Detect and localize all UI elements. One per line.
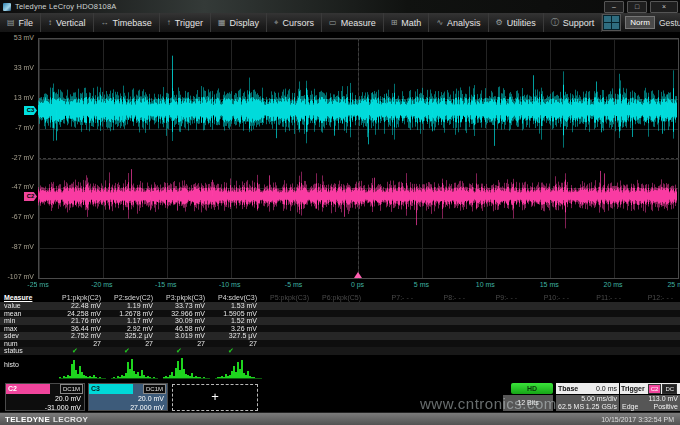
trigger-source-badge: C2: [648, 384, 662, 394]
volt-tick-label: -67 mV: [0, 213, 34, 220]
menu-item-file[interactable]: ▤File: [0, 13, 41, 32]
file-icon: ▤: [7, 18, 15, 27]
tbase-samples: 62.5 MS: [558, 403, 584, 411]
timebase-details[interactable]: 5.00 ms/div 62.5 MS 1.25 GS/s: [556, 395, 619, 411]
measure-value-cell: [368, 317, 420, 325]
oscilloscope-app: Teledyne LeCroy HDO8108A – □ × ▤File↕Ver…: [0, 0, 680, 425]
histo-bar: [113, 377, 115, 378]
measure-table[interactable]: MeasureP1:pkpk(C2)P2:sdev(C2)P3:pkpk(C3)…: [0, 293, 680, 382]
measure-column-header[interactable]: P6:pkpk(C5): [316, 293, 368, 302]
c2-offset: -31.000 mV: [6, 403, 84, 412]
histicon-p3[interactable]: [163, 356, 210, 379]
grid-layout-icon[interactable]: [602, 14, 621, 31]
measure-value-cell: 1.17 mV: [108, 317, 160, 325]
measure-value-cell: 36.44 mV: [56, 325, 108, 333]
menu-item-math[interactable]: ⊞Math: [384, 13, 430, 32]
histo-bar: [95, 377, 97, 378]
measure-value-cell: 33.73 mV: [160, 302, 212, 310]
channel-c2-descriptor[interactable]: C2 DC1M 20.0 mV -31.000 mV: [5, 383, 85, 411]
datetime-display: 10/15/2017 3:32:54 PM: [601, 416, 674, 423]
histo-bar: [203, 377, 205, 378]
time-tick-label: 15 ms: [529, 281, 569, 288]
histo-bar: [59, 377, 61, 378]
title-bar: Teledyne LeCroy HDO8108A – □ ×: [0, 0, 680, 13]
menu-item-analysis[interactable]: ∿Analysis: [429, 13, 488, 32]
menu-item-trigger[interactable]: ↑Trigger: [160, 13, 211, 32]
measure-value-cell: [472, 332, 524, 340]
menu-item-label: Utilities: [507, 18, 536, 28]
measure-row-sdev: sdev2.752 mV325.2 µV3.019 mV327.5 µV: [0, 332, 680, 340]
measure-value-cell: [264, 302, 316, 310]
time-tick-label: -10 ms: [210, 281, 250, 288]
measure-column-header[interactable]: P12:- - -: [628, 293, 680, 302]
status-check-icon: [264, 347, 316, 355]
measure-column-header[interactable]: P2:sdev(C2): [108, 293, 160, 302]
norm-button[interactable]: Norm: [625, 16, 655, 29]
time-tick-label: 5 ms: [401, 281, 441, 288]
measure-value-cell: 27: [56, 340, 108, 348]
measure-value-cell: [368, 325, 420, 333]
measure-column-header[interactable]: P4:sdev(C3): [212, 293, 264, 302]
measure-value-cell: 1.2678 mV: [108, 310, 160, 318]
waveform-display[interactable]: 53 mV33 mV13 mV-7 mV-27 mV-47 mV-67 mV-8…: [0, 32, 680, 293]
hd-mode-button[interactable]: HD: [511, 383, 553, 394]
tbase-label: Tbase: [558, 385, 578, 392]
measure-value-cell: [420, 317, 472, 325]
measure-column-header[interactable]: P5:pkpk(C3): [264, 293, 316, 302]
menu-bar: ▤File↕Vertical↔Timebase↑Trigger▦Display⌖…: [0, 13, 680, 33]
volt-tick-label: 53 mV: [0, 34, 34, 41]
menu-item-display[interactable]: ▦Display: [211, 13, 267, 32]
menu-item-measure[interactable]: ▭Measure: [322, 13, 384, 32]
measure-value-cell: 27: [108, 340, 160, 348]
measure-value-cell: [472, 302, 524, 310]
measure-value-cell: 46.58 mV: [160, 325, 212, 333]
channel-marker-c3[interactable]: C3: [24, 106, 37, 115]
measure-value-cell: [576, 332, 628, 340]
histo-bar: [199, 377, 201, 378]
measure-value-cell: 325.2 µV: [108, 332, 160, 340]
histicon-p4[interactable]: [215, 356, 262, 379]
channel-marker-c2[interactable]: C2: [24, 192, 37, 201]
measure-row-label: value: [0, 302, 56, 310]
measure-value-cell: [628, 317, 680, 325]
measure-column-header[interactable]: P8:- - -: [420, 293, 472, 302]
measure-value-cell: 1.53 mV: [212, 302, 264, 310]
maximize-button[interactable]: □: [627, 1, 647, 13]
menu-item-label: Vertical: [56, 18, 86, 28]
measure-value-cell: 24.258 mV: [56, 310, 108, 318]
close-button[interactable]: ×: [650, 1, 678, 13]
menu-item-vertical[interactable]: ↕Vertical: [41, 13, 94, 32]
menu-item-support[interactable]: ⓘSupport: [544, 13, 603, 32]
timebase-descriptor[interactable]: Tbase 0.0 ms: [556, 383, 619, 394]
waveform-traces-canvas: [38, 38, 677, 277]
trigger-icon: ↑: [167, 18, 171, 27]
measure-column-header[interactable]: P11:- - -: [576, 293, 628, 302]
measure-value-cell: [576, 317, 628, 325]
minimize-button[interactable]: –: [604, 1, 624, 13]
trigger-position-marker[interactable]: [354, 272, 362, 278]
menu-item-timebase[interactable]: ↔Timebase: [94, 13, 160, 32]
vertical-icon: ↕: [48, 18, 52, 27]
trigger-details[interactable]: 113.0 mV Edge Positive: [620, 395, 680, 411]
menu-item-cursors[interactable]: ⌖Cursors: [267, 13, 322, 32]
volt-tick-label: -7 mV: [0, 124, 34, 131]
histicon-p1[interactable]: [59, 356, 106, 379]
measure-column-header[interactable]: P9:- - -: [472, 293, 524, 302]
add-trace-button[interactable]: +: [172, 384, 258, 411]
utilities-icon: ⚙: [496, 18, 503, 27]
histo-bar: [153, 377, 155, 378]
measure-column-header[interactable]: P10:- - -: [524, 293, 576, 302]
measure-column-header[interactable]: P3:pkpk(C3): [160, 293, 212, 302]
measure-value-cell: [524, 332, 576, 340]
trigger-descriptor[interactable]: Trigger C2 DC: [620, 383, 680, 394]
measure-column-header[interactable]: P7:- - -: [368, 293, 420, 302]
measure-column-header[interactable]: P1:pkpk(C2): [56, 293, 108, 302]
measure-icon: ▭: [329, 18, 337, 27]
channel-c3-descriptor[interactable]: C3 DC1M 20.0 mV 27.000 mV: [88, 383, 168, 411]
status-check-icon: [316, 347, 368, 355]
status-check-icon: [576, 347, 628, 355]
histicon-p2[interactable]: [111, 356, 158, 379]
time-tick-label: 25 ms: [657, 281, 680, 288]
descriptor-bar: C2 DC1M 20.0 mV -31.000 mV C3 DC1M 20.0 …: [0, 382, 680, 412]
menu-item-utilities[interactable]: ⚙Utilities: [489, 13, 544, 32]
